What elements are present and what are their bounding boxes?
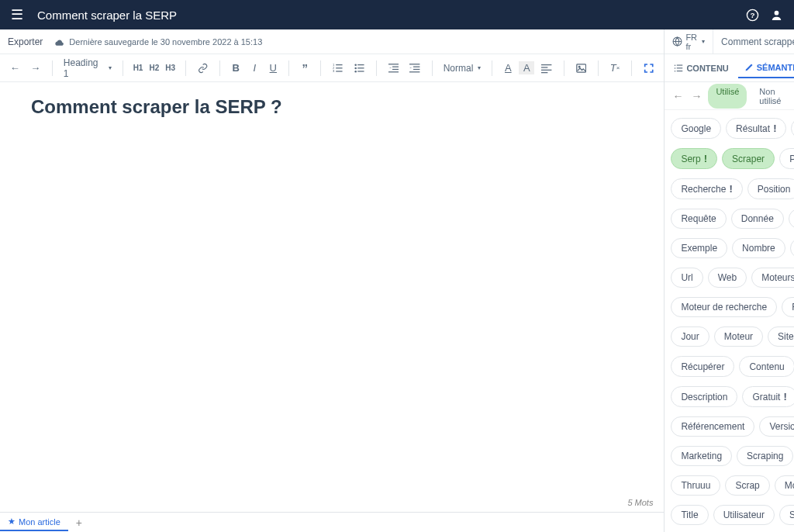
ordered-list-button[interactable]: 123 <box>329 60 347 77</box>
keywords-container: GoogleRésultat!SeoSerp!ScraperPageRecher… <box>665 110 794 532</box>
keyword-pill[interactable]: Jour <box>671 326 709 347</box>
save-text: Dernière sauvegarde le 30 novembre 2022 … <box>69 37 262 47</box>
side-panel: FR fr ▾ CONTENU SÉMANTIQUE <box>665 29 794 532</box>
keyword-pill[interactable]: Utilisateur <box>713 505 775 525</box>
keyword-pill[interactable]: Mots <box>775 475 794 496</box>
keyword-pill[interactable]: Description <box>671 386 737 407</box>
pencil-icon <box>744 63 754 72</box>
svg-rect-22 <box>409 71 419 72</box>
help-icon[interactable]: ? <box>746 9 759 22</box>
keyword-pill[interactable]: Version <box>759 416 794 437</box>
user-icon[interactable] <box>770 9 783 22</box>
keyword-pill[interactable]: Google <box>671 118 721 139</box>
prev-button[interactable]: ← <box>672 90 683 102</box>
keyword-pill[interactable]: Url <box>671 268 703 288</box>
tab-contenu-label: CONTENU <box>686 64 728 73</box>
svg-rect-5 <box>336 71 342 71</box>
svg-rect-19 <box>409 64 419 64</box>
svg-rect-20 <box>413 66 419 67</box>
keyword-pill[interactable]: Fichier <box>782 297 794 317</box>
svg-point-9 <box>354 64 357 66</box>
keyword-pill[interactable]: Moteurs de recherche <box>751 268 794 288</box>
exclamation-icon: ! <box>783 391 786 402</box>
editor-content[interactable]: Comment scraper la SERP ? 5 Mots <box>0 82 664 512</box>
keyword-pill[interactable]: Scraping <box>737 446 793 466</box>
filter-unused[interactable]: Non utilisé <box>751 84 792 109</box>
svg-rect-24 <box>541 67 547 67</box>
keyword-pill[interactable]: Marketing <box>671 446 732 466</box>
link-button[interactable] <box>194 60 212 77</box>
format-select[interactable]: Normal▾ <box>440 61 485 75</box>
filter-row: ← → Utilisé Non utilisé Contient des var… <box>665 82 794 110</box>
keyword-pill[interactable]: Web <box>708 268 747 288</box>
keyword-pill[interactable]: Résultat! <box>726 118 786 139</box>
article-tab-label: Mon article <box>19 517 60 527</box>
svg-point-2 <box>775 10 779 15</box>
keyword-pill[interactable]: Requête <box>671 209 726 229</box>
align-button[interactable] <box>537 60 555 77</box>
add-tab-button[interactable]: + <box>68 513 90 532</box>
bold-button[interactable]: B <box>228 59 243 77</box>
text-color-button[interactable]: A <box>500 59 516 77</box>
h1-button[interactable]: H1 <box>131 62 146 74</box>
keyword-pill[interactable]: Exemple <box>671 238 727 258</box>
keyword-pill[interactable]: Récupérer <box>671 356 734 377</box>
keyword-pill[interactable]: Gratuit! <box>742 386 794 407</box>
keyword-pill[interactable]: Contenu <box>739 356 794 377</box>
article-tab[interactable]: ★ Mon article <box>0 513 68 531</box>
underline-button[interactable]: U <box>265 59 281 77</box>
keyword-pill[interactable]: Moteur <box>714 326 763 347</box>
cloud-icon <box>54 37 64 46</box>
keyword-pill[interactable]: Page <box>779 148 794 169</box>
keyword-pill[interactable]: Article <box>789 209 794 229</box>
h2-button[interactable]: H2 <box>147 62 161 74</box>
outdent-button[interactable] <box>385 60 402 77</box>
keyword-pill[interactable]: Search <box>779 505 794 525</box>
fullscreen-button[interactable] <box>640 60 658 77</box>
quote-button[interactable]: ” <box>297 58 312 78</box>
search-input[interactable] <box>713 36 794 47</box>
keyword-pill[interactable]: Title <box>671 505 708 525</box>
tab-contenu[interactable]: CONTENU <box>668 59 734 78</box>
clear-format-button[interactable]: T× <box>606 59 623 77</box>
keyword-pill[interactable]: Scraper <box>722 148 775 169</box>
unordered-list-button[interactable] <box>350 60 368 77</box>
keyword-pill[interactable]: Moteur de recherche <box>671 297 777 317</box>
keyword-pill[interactable]: Serp! <box>671 148 717 169</box>
keyword-pill[interactable]: Recherche! <box>671 178 742 199</box>
tab-semantique[interactable]: SÉMANTIQUE New <box>738 58 794 78</box>
svg-rect-27 <box>576 64 585 71</box>
keyword-pill[interactable]: Thruuu <box>671 475 720 496</box>
image-button[interactable] <box>572 60 590 77</box>
redo-button[interactable]: → <box>26 59 43 77</box>
filter-used[interactable]: Utilisé <box>708 84 747 109</box>
top-bar: ☰ Comment scraper la SERP ? <box>0 0 794 29</box>
keyword-pill[interactable]: Nombre <box>732 238 785 258</box>
keyword-pill[interactable]: Excel <box>790 238 794 258</box>
keyword-pill[interactable]: Scrap <box>725 475 769 496</box>
keyword-pill[interactable]: Référencement <box>671 416 754 437</box>
svg-point-11 <box>354 70 357 72</box>
menu-icon[interactable]: ☰ <box>11 6 23 23</box>
keyword-pill[interactable]: Site <box>768 326 794 347</box>
svg-text:3: 3 <box>333 69 335 73</box>
italic-button[interactable]: I <box>247 59 262 77</box>
indent-button[interactable] <box>406 60 423 77</box>
keyword-pill[interactable]: Donnée <box>731 209 784 229</box>
h3-button[interactable]: H3 <box>163 62 178 74</box>
undo-button[interactable]: ← <box>6 59 23 77</box>
keyword-pill[interactable]: Position <box>747 178 794 199</box>
globe-icon <box>672 36 682 47</box>
info-bar: Exporter Dernière sauvegarde le 30 novem… <box>0 29 664 54</box>
page-title: Comment scraper la SERP <box>37 9 732 22</box>
svg-point-10 <box>354 67 357 69</box>
exclamation-icon: ! <box>773 123 776 134</box>
next-button[interactable]: → <box>691 90 702 102</box>
heading-select[interactable]: Heading 1▾ <box>60 56 115 81</box>
svg-rect-25 <box>541 69 551 70</box>
export-button[interactable]: Exporter <box>8 36 43 47</box>
language-selector[interactable]: FR fr ▾ <box>665 29 713 54</box>
highlight-button[interactable]: A <box>519 61 534 74</box>
keyword-pill[interactable]: Seo <box>791 118 794 139</box>
document-heading: Comment scraper la SERP ? <box>31 96 633 118</box>
